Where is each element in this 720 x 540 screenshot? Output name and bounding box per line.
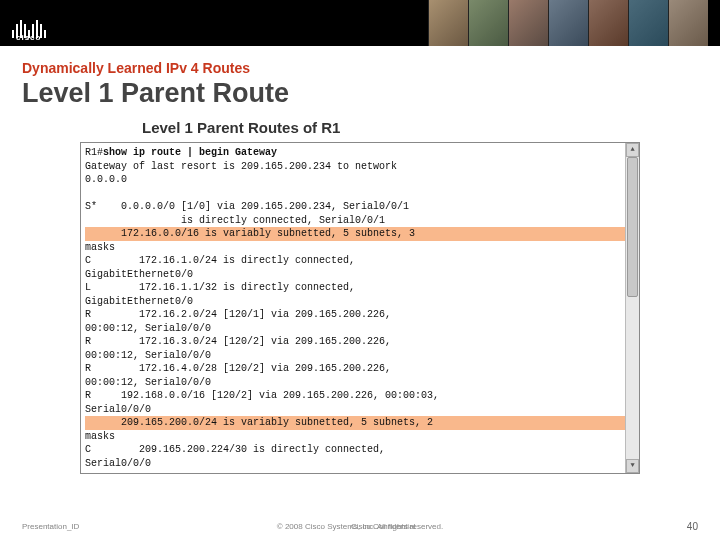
cli-output-box: R1#show ip route | begin Gateway Gateway… [80, 142, 640, 474]
cli-line: GigabitEthernet0/0 [85, 268, 635, 282]
header-photo [468, 0, 508, 46]
top-bar: cisco [0, 0, 720, 46]
page-number: 40 [687, 521, 698, 532]
cli-line: R 192.168.0.0/16 [120/2] via 209.165.200… [85, 389, 635, 403]
header-photo [588, 0, 628, 46]
scroll-thumb[interactable] [627, 157, 638, 297]
cli-prompt-line: R1#show ip route | begin Gateway [85, 146, 635, 160]
cli-command: show ip route | begin Gateway [103, 147, 277, 158]
cli-line: masks [85, 241, 635, 255]
cli-body: Gateway of last resort is 209.165.200.23… [85, 160, 635, 471]
slide-content: Dynamically Learned IPv 4 Routes Level 1… [0, 46, 720, 474]
footer-copyright: © 2008 Cisco Systems, Inc. All rights re… [277, 522, 443, 531]
footer: Presentation_ID © 2008 Cisco Systems, In… [0, 521, 720, 532]
cli-line: R 172.16.4.0/28 [120/2] via 209.165.200.… [85, 362, 635, 376]
header-photo [428, 0, 468, 46]
cli-line: Serial0/0/0 [85, 457, 635, 471]
header-photo [508, 0, 548, 46]
header-photo [628, 0, 668, 46]
scroll-down-icon[interactable]: ▼ [626, 459, 639, 473]
slide-title: Level 1 Parent Route [22, 78, 698, 109]
cli-line: S* 0.0.0.0/0 [1/0] via 209.165.200.234, … [85, 200, 635, 214]
logo-text: cisco [16, 33, 41, 42]
cli-line: 00:00:12, Serial0/0/0 [85, 322, 635, 336]
cli-line-highlighted: 172.16.0.0/16 is variably subnetted, 5 s… [85, 227, 635, 241]
header-photo-strip [428, 0, 708, 46]
cli-line: masks [85, 430, 635, 444]
cli-line: 00:00:12, Serial0/0/0 [85, 376, 635, 390]
cli-line: Gateway of last resort is 209.165.200.23… [85, 160, 635, 174]
cli-prompt: R1# [85, 147, 103, 158]
scrollbar[interactable]: ▲ ▼ [625, 143, 639, 473]
cli-line: R 172.16.3.0/24 [120/2] via 209.165.200.… [85, 335, 635, 349]
footer-left: Presentation_ID [22, 522, 79, 531]
cli-line: R 172.16.2.0/24 [120/1] via 209.165.200.… [85, 308, 635, 322]
cli-line: 0.0.0.0 [85, 173, 635, 187]
cli-line: L 172.16.1.1/32 is directly connected, [85, 281, 635, 295]
cli-box-title: Level 1 Parent Routes of R1 [142, 119, 698, 136]
cli-line: GigabitEthernet0/0 [85, 295, 635, 309]
header-photo [548, 0, 588, 46]
cli-line: C 172.16.1.0/24 is directly connected, [85, 254, 635, 268]
cli-line: C 209.165.200.224/30 is directly connect… [85, 443, 635, 457]
cli-line: 00:00:12, Serial0/0/0 [85, 349, 635, 363]
cli-line-highlighted: 209.165.200.0/24 is variably subnetted, … [85, 416, 635, 430]
header-photo [668, 0, 708, 46]
cli-line: Serial0/0/0 [85, 403, 635, 417]
cli-line [85, 187, 635, 201]
cli-line: is directly connected, Serial0/0/1 [85, 214, 635, 228]
slide-subtitle: Dynamically Learned IPv 4 Routes [22, 60, 698, 76]
scroll-up-icon[interactable]: ▲ [626, 143, 639, 157]
